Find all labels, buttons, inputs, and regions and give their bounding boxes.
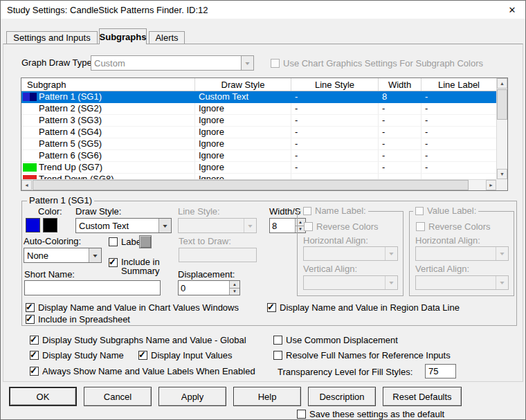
label-color-button[interactable]	[139, 235, 152, 248]
horizontal-scroll-thumb[interactable]	[33, 180, 469, 190]
vertical-scroll-thumb[interactable]	[497, 89, 507, 120]
scroll-down-button[interactable]: ▼	[497, 169, 507, 179]
line-style-cell: -	[291, 103, 379, 115]
checkbox-label: Include in Summary	[121, 257, 174, 275]
description-button[interactable]: Description	[308, 387, 376, 406]
short-name-input[interactable]	[24, 280, 161, 295]
label-checkbox[interactable]: Label	[109, 237, 143, 247]
table-row[interactable]: Pattern 1 (SG1) Custom Text - 8 -	[21, 91, 496, 103]
table-row[interactable]: Pattern 3 (SG3) Ignore - - -	[21, 115, 496, 127]
subgraph-settings-title: Pattern 1 (SG1)	[27, 196, 94, 206]
scroll-up-button[interactable]: ▲	[497, 78, 507, 89]
name-horizontal-align-select: ▼	[303, 246, 398, 261]
checkbox-box	[297, 410, 306, 419]
value-reverse-colors-checkbox[interactable]: Reverse Colors	[416, 221, 491, 232]
apply-button[interactable]: Apply	[158, 387, 226, 406]
horizontal-scrollbar[interactable]: ◄ ►	[21, 179, 496, 190]
checkbox-label: Display Input Values	[151, 350, 233, 360]
vertical-scrollbar[interactable]: ▲ ▼	[496, 78, 507, 179]
line-style-cell: -	[291, 150, 379, 162]
width-size-input[interactable]	[270, 219, 295, 232]
tab-settings-and-inputs[interactable]: Settings and Inputs	[6, 31, 98, 44]
help-button[interactable]: Help	[233, 387, 301, 406]
button-label: OK	[37, 392, 50, 402]
value-label-checkbox[interactable]	[415, 207, 424, 215]
table-row[interactable]: Trend Down (SG8) Ignore - - -	[21, 174, 496, 179]
display-region-data-checkbox[interactable]: ✓ Display Name and Value in Region Data …	[267, 302, 460, 313]
line-label-cell: -	[421, 115, 496, 127]
spin-up-button[interactable]: ▲	[230, 281, 239, 289]
group-title-text: Value Label:	[427, 206, 476, 216]
line-label-cell: -	[421, 150, 496, 162]
cancel-button[interactable]: Cancel	[84, 387, 152, 406]
use-common-displacement-checkbox[interactable]: Use Common Displacement	[273, 335, 398, 345]
window-title: Study Settings: CandleStick Patterns Fin…	[7, 5, 208, 15]
graph-draw-type-select[interactable]: Custom ▼	[91, 55, 254, 71]
vertical-scroll-track[interactable]	[497, 89, 507, 169]
button-label: Description	[319, 392, 364, 402]
auto-coloring-label: Auto-Coloring:	[24, 237, 81, 246]
name-label-checkbox[interactable]	[303, 207, 311, 215]
name-reverse-colors-checkbox[interactable]: Reverse Colors	[304, 221, 379, 232]
table-row[interactable]: Pattern 6 (SG6) Ignore - - -	[21, 150, 496, 162]
checkbox-box: ✓	[30, 351, 39, 360]
spin-down-button[interactable]: ▼	[230, 289, 239, 295]
checkbox-label: Display Name and Value in Region Data Li…	[280, 302, 460, 313]
line-style-cell: -	[291, 91, 379, 103]
draw-style-value: Custom Text	[76, 219, 158, 232]
display-subgraphs-global-checkbox[interactable]: ✓ Display Study Subgraphs Name and Value…	[30, 335, 246, 345]
scroll-left-button[interactable]: ◄	[21, 180, 32, 190]
ok-button[interactable]: OK	[9, 387, 77, 406]
table-row[interactable]: Pattern 2 (SG2) Ignore - - -	[21, 103, 496, 115]
always-show-labels-checkbox[interactable]: ✓ Always Show Name and Value Labels When…	[30, 366, 255, 376]
table-row[interactable]: Pattern 4 (SG4) Ignore - - -	[21, 127, 496, 138]
checkbox-box	[273, 351, 282, 360]
column-header-line-style: Line Style	[291, 78, 379, 91]
include-in-spreadsheet-checkbox[interactable]: ✓ Include in Spreadsheet	[26, 314, 130, 325]
checkbox-label: Use Chart Graphics Settings For Subgraph…	[283, 58, 483, 69]
name-vertical-align-label: Vertical Align:	[303, 264, 357, 274]
transparency-input[interactable]	[425, 364, 456, 378]
display-chart-values-checkbox[interactable]: ✓ Display Name and Value in Chart Values…	[26, 302, 239, 313]
graph-draw-type-value: Custom	[91, 56, 241, 70]
swatch-left	[23, 93, 30, 101]
checkmark-icon: ✓	[26, 313, 33, 324]
secondary-color-swatch[interactable]	[43, 218, 57, 232]
save-default-checkbox[interactable]: Save these settings as the default	[297, 409, 444, 419]
combo-arrow-button[interactable]: ▼	[158, 219, 171, 232]
display-study-name-checkbox[interactable]: ✓ Display Study Name	[30, 350, 124, 360]
table-header-row: Subgraph Draw Style Line Style Width Lin…	[21, 78, 496, 91]
table-row[interactable]: Trend Up (SG7) Ignore - - -	[21, 162, 496, 174]
line-style-cell: -	[291, 127, 379, 138]
draw-style-select[interactable]: Custom Text ▼	[75, 218, 172, 233]
combo-arrow-button[interactable]: ▼	[241, 56, 253, 70]
primary-color-swatch[interactable]	[26, 218, 40, 232]
resolve-full-names-checkbox[interactable]: Resolve Full Names for Reference Inputs	[273, 350, 451, 360]
horizontal-scroll-track[interactable]	[32, 180, 486, 190]
combo-arrow-button: ▼	[385, 247, 397, 260]
line-style-select: ▼	[178, 218, 257, 233]
display-input-values-checkbox[interactable]: ✓ Display Input Values	[138, 350, 233, 360]
combo-value	[304, 247, 385, 260]
combo-arrow-button[interactable]: ▼	[89, 248, 101, 262]
subgraph-name: Pattern 1 (SG1)	[39, 91, 102, 102]
chevron-down-icon: ▼	[91, 253, 98, 258]
auto-coloring-value: None	[24, 248, 89, 262]
tab-subgraphs[interactable]: Subgraphs	[99, 28, 147, 44]
name-label-group-title: Name Label:	[301, 206, 368, 216]
reset-defaults-button[interactable]: Reset Defaults	[383, 387, 462, 406]
value-vertical-align-label: Vertical Align:	[415, 264, 469, 274]
table-row[interactable]: Pattern 5 (SG5) Ignore - - -	[21, 138, 496, 150]
include-in-summary-checkbox[interactable]: ✓ Include in Summary	[109, 257, 174, 275]
displacement-input[interactable]	[179, 281, 229, 295]
checkmark-icon: ✓	[267, 302, 275, 312]
draw-style-cell: Ignore	[195, 127, 291, 138]
scroll-right-button[interactable]: ►	[486, 180, 496, 190]
tab-alerts[interactable]: Alerts	[149, 31, 185, 44]
use-chart-graphics-checkbox[interactable]: Use Chart Graphics Settings For Subgraph…	[271, 58, 483, 69]
subgraph-table-content: Subgraph Draw Style Line Style Width Lin…	[21, 78, 496, 179]
swatch-placeholder	[23, 116, 37, 125]
close-button[interactable]: ✕	[505, 3, 520, 16]
draw-style-label: Draw Style:	[75, 207, 121, 217]
auto-coloring-select[interactable]: None ▼	[24, 248, 102, 263]
